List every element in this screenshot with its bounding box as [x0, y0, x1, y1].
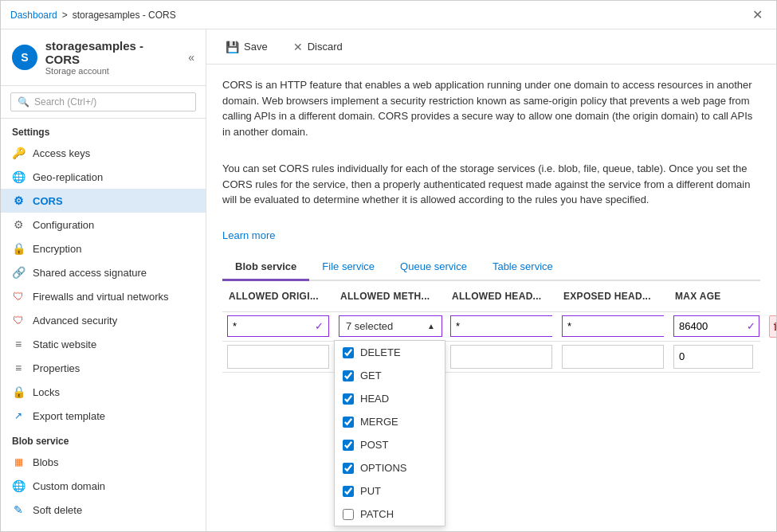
sidebar-label-configuration: Configuration [33, 219, 94, 231]
method-get[interactable]: GET [335, 364, 445, 387]
sidebar-item-properties[interactable]: ≡ Properties [1, 356, 206, 380]
sidebar-item-locks[interactable]: 🔒 Locks [1, 380, 206, 404]
sidebar-search[interactable]: 🔍 Search (Ctrl+/) [10, 92, 196, 111]
row2-allowed-headers-input[interactable] [450, 345, 552, 369]
method-delete-label: DELETE [360, 346, 401, 358]
method-head-checkbox[interactable] [343, 393, 354, 405]
method-patch-checkbox[interactable] [343, 509, 354, 520]
sidebar-item-static-website[interactable]: ≡ Static website [1, 332, 206, 356]
sidebar: S storagesamples - CORS Storage account … [1, 29, 206, 531]
row1-max-age-check: ✓ [744, 320, 759, 332]
tab-file-service[interactable]: File service [309, 254, 387, 281]
lock-icon: 🔒 [12, 385, 25, 398]
row1-allowed-headers-wrapper: ✓ [450, 315, 552, 337]
method-head[interactable]: HEAD [335, 387, 445, 410]
sidebar-item-configuration[interactable]: ⚙ Configuration [1, 213, 206, 237]
col-exposed-headers: EXPOSED HEAD... [557, 288, 669, 305]
sidebar-label-blobs: Blobs [33, 456, 59, 468]
method-delete-checkbox[interactable] [343, 347, 354, 358]
sidebar-label-soft-delete: Soft delete [33, 504, 82, 516]
row1-exposed-headers-cell: ✓ [557, 312, 669, 340]
method-options[interactable]: OPTIONS [335, 456, 445, 479]
method-get-checkbox[interactable] [343, 370, 354, 381]
breadcrumb: Dashboard > storagesamples - CORS [10, 10, 748, 21]
tab-table-service[interactable]: Table service [480, 254, 566, 281]
description-paragraph-1: CORS is an HTTP feature that enables a w… [222, 77, 760, 139]
table-row-1-cells: ✓ 7 selected ▲ [222, 312, 760, 342]
method-head-label: HEAD [360, 393, 389, 405]
toolbar: 💾 Save ✕ Discard [206, 29, 776, 65]
sidebar-item-cors[interactable]: ⚙ CORS [1, 189, 206, 213]
learn-more-link[interactable]: Learn more [222, 229, 275, 241]
method-put-label: PUT [360, 485, 381, 497]
content-body: CORS is an HTTP feature that enables a w… [206, 65, 776, 531]
method-post[interactable]: POST [335, 433, 445, 456]
row1-max-age-input[interactable] [674, 316, 744, 336]
row1-max-age-cell: ✓ [669, 312, 764, 340]
row1-origin-input-wrapper: ✓ [227, 315, 329, 337]
method-options-checkbox[interactable] [343, 463, 354, 474]
soft-delete-icon: ✎ [12, 503, 25, 516]
save-icon: 💾 [226, 41, 239, 53]
sidebar-label-export-template: Export template [33, 410, 105, 422]
row1-origin-input[interactable] [228, 316, 310, 336]
static-website-icon: ≡ [12, 338, 25, 350]
row2-actions-cell [764, 354, 776, 360]
sidebar-item-advanced-security[interactable]: 🛡 Advanced security [1, 308, 206, 332]
method-delete[interactable]: DELETE [335, 341, 445, 364]
method-put-checkbox[interactable] [343, 486, 354, 497]
sidebar-label-advanced-security: Advanced security [33, 315, 117, 327]
save-button[interactable]: 💾 Save [219, 37, 274, 57]
main-window: Dashboard > storagesamples - CORS ✕ S st… [0, 0, 777, 532]
sidebar-item-access-keys[interactable]: 🔑 Access keys [1, 141, 206, 165]
sidebar-label-properties: Properties [33, 362, 80, 374]
discard-icon: ✕ [293, 41, 303, 53]
sidebar-item-shared-access-signature[interactable]: 🔗 Shared access signature [1, 260, 206, 284]
search-placeholder: Search (Ctrl+/) [34, 96, 96, 108]
sidebar-label-firewalls: Firewalls and virtual networks [33, 291, 169, 303]
sidebar-item-export-template[interactable]: ↗ Export template [1, 404, 206, 428]
resource-icon: S [12, 45, 37, 70]
encryption-icon: 🔒 [12, 242, 25, 255]
method-put[interactable]: PUT [335, 479, 445, 503]
tab-blob-service[interactable]: Blob service [222, 254, 309, 281]
title-bar: Dashboard > storagesamples - CORS ✕ [1, 1, 776, 29]
row2-origin-input[interactable] [227, 345, 329, 369]
sidebar-item-encryption[interactable]: 🔒 Encryption [1, 237, 206, 260]
sidebar-item-custom-domain[interactable]: 🌐 Custom domain [1, 474, 206, 498]
close-button[interactable]: ✕ [748, 6, 767, 25]
blob-service-section-label: Blob service [1, 428, 206, 450]
sidebar-item-geo-replication[interactable]: 🌐 Geo-replication [1, 165, 206, 189]
cors-icon: ⚙ [12, 194, 25, 207]
sidebar-label-shared-access-signature: Shared access signature [33, 267, 147, 279]
row1-methods-dropdown[interactable]: 7 selected ▲ [339, 315, 442, 337]
save-label: Save [244, 41, 268, 53]
row1-delete-button[interactable]: 🗑 [769, 315, 776, 338]
discard-button[interactable]: ✕ Discard [287, 37, 349, 57]
method-patch-label: PATCH [360, 508, 394, 520]
row1-actions-cell: 🗑 ··· [764, 312, 776, 341]
method-get-label: GET [360, 370, 382, 381]
method-patch[interactable]: PATCH [335, 503, 445, 526]
method-post-checkbox[interactable] [343, 440, 354, 451]
sidebar-label-encryption: Encryption [33, 243, 81, 255]
sidebar-item-firewalls[interactable]: 🛡 Firewalls and virtual networks [1, 284, 206, 308]
row2-max-age-input[interactable] [673, 345, 753, 369]
sidebar-collapse-button[interactable]: « [188, 51, 194, 64]
method-merge-checkbox[interactable] [343, 417, 354, 428]
table-row-2 [222, 342, 760, 373]
globe-icon: 🌐 [12, 170, 25, 183]
search-box: 🔍 Search (Ctrl+/) [1, 86, 206, 119]
description-paragraph-2: You can set CORS rules individually for … [222, 161, 760, 208]
shield-icon-firewalls: 🛡 [12, 290, 25, 303]
resource-subtitle: Storage account [45, 66, 180, 76]
sidebar-item-blobs[interactable]: ▦ Blobs [1, 450, 206, 474]
method-merge[interactable]: MERGE [335, 410, 445, 433]
resource-title: storagesamples - CORS [45, 39, 180, 66]
breadcrumb-home[interactable]: Dashboard [10, 10, 57, 21]
sidebar-scroll: Settings 🔑 Access keys 🌐 Geo-replication… [1, 119, 206, 531]
sidebar-item-soft-delete[interactable]: ✎ Soft delete [1, 498, 206, 522]
tab-queue-service[interactable]: Queue service [387, 254, 480, 281]
row2-exposed-headers-input[interactable] [562, 345, 664, 369]
custom-domain-icon: 🌐 [12, 479, 25, 492]
